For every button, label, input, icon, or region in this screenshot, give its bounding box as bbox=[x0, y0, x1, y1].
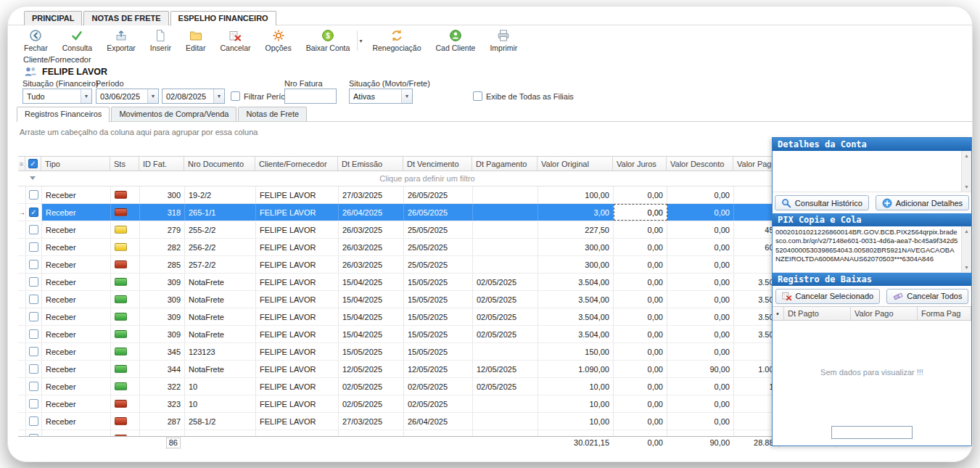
table-row[interactable]: Receber309NotaFreteFELIPE LAVOR15/04/202… bbox=[18, 291, 837, 308]
row-checkbox[interactable] bbox=[29, 208, 38, 217]
toolbar-button-consulta[interactable]: Consulta bbox=[55, 26, 99, 55]
table-row[interactable]: Receber344NotaFreteFELIPE LAVOR12/05/202… bbox=[18, 361, 837, 378]
cancelar-todos-button[interactable]: Cancelar Todos bbox=[886, 289, 968, 304]
scroll-up-icon[interactable]: ▲ bbox=[964, 229, 969, 234]
column-header-id-fat[interactable]: ID Fat. bbox=[139, 157, 184, 171]
subtab-movimentos-de-compra-venda[interactable]: Movimentos de Compra/Venda bbox=[111, 107, 236, 121]
table-row[interactable]: Receber309NotaFreteFELIPE LAVOR15/04/202… bbox=[18, 308, 837, 326]
cell-emissao: 27/03/2025 bbox=[339, 413, 404, 430]
baixas-column-forma-pag[interactable]: Forma Pag bbox=[918, 307, 971, 320]
cell-nro: NotaFrete bbox=[185, 308, 256, 325]
status-badge-green bbox=[115, 382, 127, 390]
baixas-column-valor-pago[interactable]: Valor Pago bbox=[851, 307, 918, 320]
scroll-down-icon[interactable]: ▼ bbox=[964, 184, 969, 189]
column-header-dt-pagamento[interactable]: Dt Pagamento bbox=[472, 157, 538, 171]
tab-notas-de-frete[interactable]: NOTAS DE FRETE bbox=[83, 11, 168, 25]
row-checkbox[interactable] bbox=[29, 225, 38, 234]
grid-filter-row[interactable]: Clique para definir um filtro bbox=[18, 171, 837, 186]
column-header-cliente-fornecedor[interactable]: Cliente/Fornecedor bbox=[255, 157, 338, 171]
row-checkbox[interactable] bbox=[29, 347, 38, 356]
scrollbar[interactable]: ▲ ▼ bbox=[961, 226, 971, 272]
cell-cliente: FELIPE LAVOR bbox=[256, 204, 339, 221]
subtab-notas-de-frete[interactable]: Notas de Frete bbox=[238, 107, 307, 121]
cell-pagto: 02/05/2025 bbox=[473, 308, 538, 325]
row-checkbox[interactable] bbox=[29, 312, 38, 321]
cell-id: 318 bbox=[140, 204, 185, 221]
column-header-valor-desconto[interactable]: Valor Desconto bbox=[667, 157, 733, 171]
periodo-to-select[interactable]: 02/08/2025 ▼ bbox=[162, 89, 225, 104]
toolbar-button-fechar[interactable]: Fechar bbox=[17, 26, 55, 55]
situacao-financeiro-select[interactable]: Tudo ▼ bbox=[22, 89, 92, 104]
toolbar-button-renegociacao[interactable]: Renegociação bbox=[365, 26, 428, 55]
cell-original: 10,00 bbox=[538, 413, 614, 430]
table-row[interactable]: Receber32210FELIPE LAVOR02/05/202502/05/… bbox=[18, 378, 837, 395]
periodo-from-select[interactable]: 03/06/2025 ▼ bbox=[96, 89, 159, 104]
cell-id: 309 bbox=[140, 274, 185, 290]
column-header-dt-emissao[interactable]: Dt Emissão bbox=[338, 157, 403, 171]
cancelar-selecionado-button[interactable]: Cancelar Selecionado bbox=[775, 289, 881, 304]
table-row[interactable]: Receber30019-2/2FELIPE LAVOR27/03/202526… bbox=[18, 186, 837, 204]
row-checkbox[interactable] bbox=[29, 382, 38, 391]
table-row[interactable]: Receber282256-2/2FELIPE LAVOR26/03/20252… bbox=[18, 239, 837, 256]
row-checkbox[interactable] bbox=[29, 416, 38, 426]
row-checkbox[interactable] bbox=[29, 190, 38, 200]
tab-espelho-financeiro[interactable]: ESPELHO FINANCEIRO bbox=[170, 11, 276, 25]
row-checkbox[interactable] bbox=[29, 260, 38, 269]
table-row[interactable]: →Receber318265-1/1FELIPE LAVOR26/04/2025… bbox=[18, 204, 837, 221]
cell-sts bbox=[111, 308, 140, 325]
table-row[interactable]: Receber345123123FELIPE LAVOR15/05/202515… bbox=[18, 343, 837, 361]
row-check-cell bbox=[26, 343, 42, 360]
row-checkbox[interactable] bbox=[29, 242, 38, 252]
baixas-column-dt-pagto[interactable]: Dt Pagto bbox=[784, 307, 851, 320]
group-panel[interactable]: Arraste um cabeçalho da coluna aqui para… bbox=[20, 128, 258, 136]
table-row[interactable]: Receber309NotaFreteFELIPE LAVOR15/04/202… bbox=[18, 326, 837, 343]
situacao-movto-value: Ativas bbox=[353, 92, 375, 101]
pix-code-text[interactable]: 00020101021226860014BR.GOV.BCB.PIX2564qr… bbox=[775, 228, 959, 271]
row-checkbox[interactable] bbox=[29, 295, 38, 304]
svg-text:$: $ bbox=[326, 32, 330, 40]
toolbar-button-exportar[interactable]: Exportar bbox=[99, 26, 143, 55]
client-section-label: Cliente/Fornecedor bbox=[21, 55, 94, 64]
scrollbar[interactable]: ▲ ▼ bbox=[961, 151, 971, 192]
select-all-checkbox[interactable] bbox=[28, 159, 38, 168]
toolbar-button-cad-cliente[interactable]: Cad Cliente bbox=[429, 26, 483, 55]
row-check-cell bbox=[26, 274, 42, 290]
row-checkbox[interactable] bbox=[29, 399, 38, 409]
scroll-down-icon[interactable]: ▼ bbox=[964, 265, 969, 270]
cell-nro: 255-2/2 bbox=[185, 221, 256, 238]
tab-principal[interactable]: PRINCIPAL bbox=[24, 11, 82, 25]
toolbar-button-label: Consulta bbox=[62, 44, 92, 52]
adicionar-detalhes-button[interactable]: Adicionar Detalhes bbox=[876, 195, 969, 210]
exibe-filiais-checkbox[interactable]: Exibe de Todas as Filiais bbox=[473, 89, 574, 104]
toolbar-button-inserir[interactable]: Inserir bbox=[143, 26, 178, 55]
footer-juros: 0,00 bbox=[613, 437, 667, 448]
table-row[interactable]: Receber279255-2/2FELIPE LAVOR26/03/20252… bbox=[18, 221, 837, 239]
consultar-historico-button[interactable]: Consultar Histórico bbox=[775, 195, 869, 210]
row-checkbox[interactable] bbox=[29, 277, 38, 287]
column-header-dt-vencimento[interactable]: Dt Vencimento bbox=[403, 157, 472, 171]
toolbar-button-baixar-conta[interactable]: $Baixar Conta bbox=[299, 26, 358, 55]
nro-fatura-input[interactable] bbox=[284, 89, 337, 104]
column-header-valor-original[interactable]: Valor Original bbox=[538, 157, 613, 171]
table-row[interactable]: Receber287258-1/2FELIPE LAVOR27/03/20252… bbox=[18, 413, 837, 430]
toolbar-button-opcoes[interactable]: Opções bbox=[258, 26, 298, 55]
toolbar-button-imprimir[interactable]: Imprimir bbox=[482, 26, 524, 55]
table-row[interactable]: Receber32310FELIPE LAVOR02/05/202502/05/… bbox=[18, 395, 837, 413]
column-header-valor-juros[interactable]: Valor Juros bbox=[613, 157, 667, 171]
toolbar-button-cancelar[interactable]: Cancelar bbox=[213, 26, 258, 55]
subtab-registros-financeiros[interactable]: Registros Financeiros bbox=[17, 107, 110, 122]
toolbar-button-editar[interactable]: Editar bbox=[178, 26, 213, 55]
row-checkbox[interactable] bbox=[29, 364, 38, 374]
baixas-input[interactable] bbox=[831, 426, 913, 439]
cell-venc: 02/05/2025 bbox=[404, 395, 473, 412]
table-row[interactable]: Receber309NotaFreteFELIPE LAVOR15/04/202… bbox=[18, 274, 837, 291]
column-header-tipo[interactable]: Tipo bbox=[41, 157, 110, 171]
table-row[interactable]: Receber285257-2/2FELIPE LAVOR26/03/20252… bbox=[18, 256, 837, 274]
column-header-nro-documento[interactable]: Nro Documento bbox=[184, 157, 255, 171]
row-checkbox[interactable] bbox=[29, 329, 38, 339]
situacao-movto-select[interactable]: Ativas ▼ bbox=[349, 89, 413, 104]
chevron-down-icon[interactable]: ▾ bbox=[357, 30, 365, 51]
column-header-sts[interactable]: Sts bbox=[110, 157, 139, 171]
scroll-up-icon[interactable]: ▲ bbox=[964, 153, 969, 158]
detalhes-content[interactable]: ▲ ▼ bbox=[773, 151, 971, 192]
